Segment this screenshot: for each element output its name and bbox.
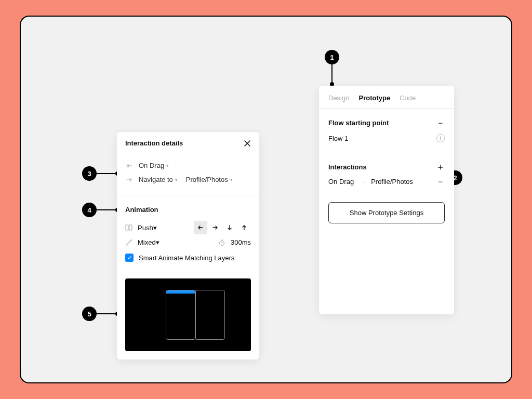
direction-toggle xyxy=(194,221,251,234)
navigate-icon xyxy=(125,176,134,183)
push-transition-icon xyxy=(125,224,132,231)
interaction-details-panel: Interaction details On Drag▾ Navigate to… xyxy=(117,132,259,360)
action-dropdown[interactable]: Navigate to▾ xyxy=(139,176,178,183)
tab-design[interactable]: Design xyxy=(328,94,349,102)
action-target-dropdown[interactable]: Profile/Photos▾ xyxy=(186,176,233,183)
arrow-left-icon xyxy=(197,224,204,231)
chevron-down-icon: ▾ xyxy=(175,177,178,182)
interactions-section-title: Interactions xyxy=(328,163,367,171)
trigger-dropdown[interactable]: On Drag▾ xyxy=(125,158,251,172)
add-interaction-button[interactable]: ＋ xyxy=(436,163,445,171)
annotation-badge-3: 3 xyxy=(82,166,97,181)
duration-field[interactable]: 300ms xyxy=(218,238,251,246)
remove-interaction-button[interactable]: − xyxy=(436,178,445,185)
tab-code[interactable]: Code xyxy=(400,94,416,102)
arrow-up-icon xyxy=(241,224,248,231)
svg-rect-1 xyxy=(129,225,132,230)
annotation-stem xyxy=(97,173,116,174)
annotation-badge-5: 5 xyxy=(82,307,97,321)
chevron-down-icon: ▾ xyxy=(230,177,233,182)
animation-preview xyxy=(125,278,251,351)
annotation-stem xyxy=(97,313,116,314)
interaction-details-title: Interaction details xyxy=(125,139,183,147)
arrow-right-icon xyxy=(211,224,219,231)
smart-animate-checkbox[interactable]: ✓ Smart Animate Matching Layers xyxy=(125,248,251,264)
chevron-down-icon: ▾ xyxy=(156,238,159,246)
sidebar-tabs: Design Prototype Code xyxy=(319,86,454,109)
annotation-stem xyxy=(331,64,332,83)
interaction-trigger: On Drag xyxy=(328,178,354,185)
direction-down-button[interactable] xyxy=(223,221,236,234)
annotation-badge-1: 1 xyxy=(325,50,339,64)
annotation-badge-4: 4 xyxy=(82,203,97,217)
info-icon[interactable]: i xyxy=(436,134,445,142)
direction-up-button[interactable] xyxy=(237,221,251,234)
annotation-stem xyxy=(97,209,116,210)
remove-flow-button[interactable]: − xyxy=(436,119,445,127)
drag-icon xyxy=(125,162,134,169)
preview-frame-active xyxy=(166,290,196,340)
clock-icon xyxy=(218,239,225,246)
direction-right-button[interactable] xyxy=(208,221,222,234)
flow-name[interactable]: Flow 1 xyxy=(328,135,348,142)
animation-type-dropdown[interactable]: Push▾ xyxy=(125,224,157,232)
flow-section-title: Flow starting point xyxy=(328,119,389,127)
animation-section-title: Animation xyxy=(125,204,251,219)
checkbox-checked-icon: ✓ xyxy=(125,254,134,262)
interaction-target: Profile/Photos xyxy=(371,178,413,185)
tab-prototype[interactable]: Prototype xyxy=(358,94,390,102)
chevron-down-icon: ▾ xyxy=(166,163,169,168)
arrow-right-icon: → xyxy=(359,178,366,185)
preview-frame-next xyxy=(195,290,225,340)
properties-sidebar: Design Prototype Code Flow starting poin… xyxy=(319,86,454,314)
chevron-down-icon: ▾ xyxy=(153,224,157,232)
easing-icon xyxy=(125,239,132,246)
svg-rect-0 xyxy=(126,225,128,230)
arrow-down-icon xyxy=(226,224,233,231)
close-icon xyxy=(244,140,251,147)
easing-dropdown[interactable]: Mixed▾ xyxy=(125,238,159,246)
direction-left-button[interactable] xyxy=(194,221,207,234)
canvas-stage: 1 2 3 4 5 Interaction details On Drag▾ xyxy=(20,16,512,383)
interaction-row[interactable]: On Drag → Profile/Photos − xyxy=(328,174,445,185)
show-prototype-settings-button[interactable]: Show Prototype Settings xyxy=(328,202,445,223)
close-button[interactable] xyxy=(244,140,251,147)
